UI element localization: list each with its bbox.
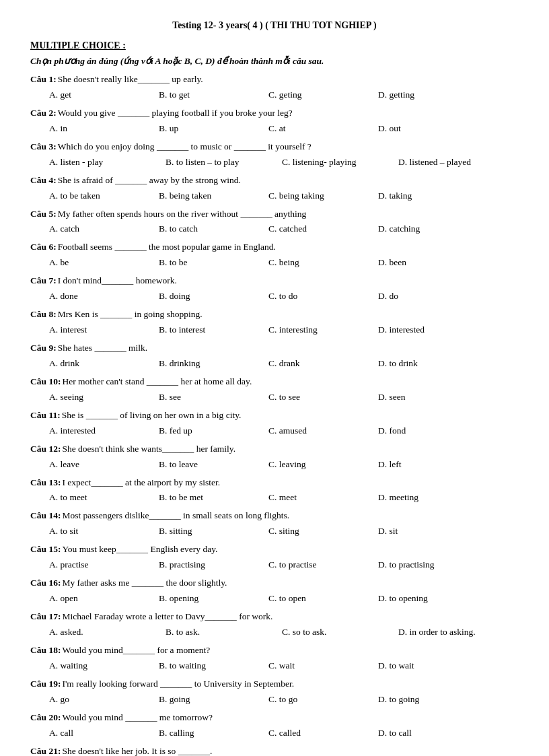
answer-option: C. drank [268, 356, 373, 372]
answers-line: A. to be takenB. being takenC. being tak… [30, 188, 519, 204]
answers-line: A. getB. to getC. getingD. getting [30, 88, 519, 103]
answer-option: D. left [378, 457, 482, 473]
answer-option: C. to practise [268, 557, 373, 573]
answers-line: A. catchB. to catchC. catchedD. catching [30, 221, 519, 237]
question-label: Câu 2: [30, 106, 57, 121]
question-text: Michael Faraday wrote a letter to Davy__… [62, 609, 519, 625]
question-label: Câu 10: [30, 374, 61, 390]
question-text: She doesn't really like_______ up early. [58, 72, 519, 88]
question-text: Which do you enjoy doing _______ to musi… [58, 139, 519, 155]
answer-option: B. to get [159, 88, 263, 103]
answer-option: D. sit [378, 524, 482, 539]
answer-option: B. drinking [159, 356, 263, 372]
answer-option: A. in [49, 121, 153, 137]
answers-line: A. beB. to beC. beingD. been [30, 255, 519, 271]
question-block: Câu 10: Her mother can't stand _______ h… [30, 374, 519, 405]
answer-option: A. drink [49, 356, 153, 372]
question-block: Câu 5: My father often spends hours on t… [30, 207, 519, 238]
question-label: Câu 21: [30, 744, 61, 757]
question-label: Câu 1: [30, 72, 57, 88]
answers-line: A. practiseB. practisingC. to practiseD.… [30, 557, 519, 573]
question-label: Câu 6: [30, 240, 57, 255]
answer-option: A. practise [49, 557, 153, 573]
answers-line: A. asked.B. to ask.C. so to ask.D. in or… [30, 625, 519, 640]
answer-option: C. listening- playing [282, 155, 393, 170]
question-block: Câu 18: Would you mind_______ for a mome… [30, 643, 519, 674]
answer-option: B. to listen – to play [166, 155, 277, 170]
answer-option: D. fond [378, 423, 482, 439]
answer-option: B. to ask. [166, 625, 277, 640]
answer-option: D. to going [378, 692, 482, 708]
question-label: Câu 7: [30, 273, 57, 289]
answer-option: C. siting [268, 524, 373, 539]
question-text: Would you mind_______ for a moment? [62, 643, 519, 658]
answer-option: B. see [159, 390, 263, 405]
question-block: Câu 16: My father asks me _______ the do… [30, 576, 519, 607]
answer-option: D. catching [378, 221, 482, 237]
answer-option: C. amused [268, 423, 373, 439]
question-block: Câu 12: She doesn't think she wants_____… [30, 442, 519, 473]
question-text: You must keep_______ English every day. [62, 542, 519, 557]
answer-option: D. listened – played [398, 155, 509, 170]
answer-option: C. to go [268, 692, 373, 708]
question-text: I don't mind_______ homework. [58, 273, 519, 289]
answer-option: B. up [159, 121, 263, 137]
question-block: Câu 8: Mrs Ken is _______ in going shopp… [30, 307, 519, 338]
question-block: Câu 1: She doesn't really like_______ up… [30, 72, 519, 103]
question-text: She is afraid of _______ away by the str… [58, 173, 519, 188]
answers-line: A. seeingB. seeC. to seeD. seen [30, 390, 519, 405]
question-block: Câu 6: Football seems _______ the most p… [30, 240, 519, 271]
answer-option: B. sitting [159, 524, 263, 539]
answers-line: A. callB. callingC. calledD. to call [30, 726, 519, 741]
answers-line: A. openB. openingC. to openD. to opening [30, 591, 519, 607]
question-label: Câu 4: [30, 173, 57, 188]
answers-line: A. to meetB. to be metC. meetD. meeting [30, 490, 519, 506]
answer-option: A. leave [49, 457, 153, 473]
answers-line: A. interestB. to interestC. interestingD… [30, 322, 519, 338]
question-block: Câu 4: She is afraid of _______ away by … [30, 173, 519, 204]
answer-option: D. been [378, 255, 482, 271]
question-label: Câu 14: [30, 508, 61, 524]
answer-option: B. to interest [159, 322, 263, 338]
question-block: Câu 19: I'm really looking forward _____… [30, 677, 519, 708]
answer-option: A. be [49, 255, 153, 271]
answer-option: B. going [159, 692, 263, 708]
answer-option: C. so to ask. [282, 625, 393, 640]
question-label: Câu 17: [30, 609, 61, 625]
question-label: Câu 15: [30, 542, 61, 557]
answer-option: D. to practising [378, 557, 482, 573]
answers-line: A. goB. goingC. to goD. to going [30, 692, 519, 708]
question-text: I'm really looking forward _______ to Un… [62, 677, 519, 692]
answer-option: C. leaving [268, 457, 373, 473]
answer-option: B. to be [159, 255, 263, 271]
answer-option: C. geting [268, 88, 373, 103]
questions-container: Câu 1: She doesn't really like_______ up… [30, 72, 519, 756]
answer-option: A. to meet [49, 490, 153, 506]
answers-line: A. drinkB. drinkingC. drankD. to drink [30, 356, 519, 372]
answers-line: A. waitingB. to waitingC. waitD. to wait [30, 658, 519, 674]
answers-line: A. inB. upC. atD. out [30, 121, 519, 137]
question-text: She doesn't think she wants_______ her f… [62, 442, 519, 457]
answer-option: D. in order to asking. [398, 625, 509, 640]
answer-option: A. go [49, 692, 153, 708]
answer-option: A. waiting [49, 658, 153, 674]
answer-option: A. call [49, 726, 153, 741]
question-text: She hates _______ milk. [58, 341, 519, 356]
question-label: Câu 5: [30, 207, 57, 222]
answers-line: A. doneB. doingC. to doD. do [30, 289, 519, 304]
question-text: Would you mind _______ me tomorrow? [62, 710, 519, 726]
page-title: Testing 12- 3 years( 4 ) ( THI THU TOT N… [30, 20, 519, 31]
answer-option: A. seeing [49, 390, 153, 405]
question-label: Câu 16: [30, 576, 61, 591]
answer-option: B. to be met [159, 490, 263, 506]
answer-option: B. fed up [159, 423, 263, 439]
question-block: Câu 2: Would you give _______ playing fo… [30, 106, 519, 137]
answer-option: C. at [268, 121, 373, 137]
question-text: She doesn't like her job. It is so _____… [62, 744, 519, 757]
question-label: Câu 3: [30, 139, 57, 155]
section-title: MULTIPLE CHOICE : [30, 40, 519, 51]
answers-line: A. interestedB. fed upC. amusedD. fond [30, 423, 519, 439]
question-text: My father often spends hours on the rive… [58, 207, 519, 222]
answer-option: C. catched [268, 221, 373, 237]
question-block: Câu 3: Which do you enjoy doing _______ … [30, 139, 519, 170]
